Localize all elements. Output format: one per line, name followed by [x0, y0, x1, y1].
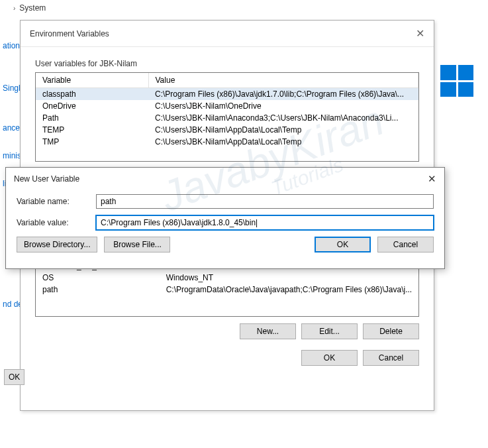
- variable-value-input[interactable]: [96, 215, 434, 230]
- edit-button[interactable]: Edit...: [301, 323, 358, 339]
- dialog-title: Environment Variables: [30, 29, 109, 38]
- ok-button-background[interactable]: OK: [4, 369, 24, 385]
- browse-directory-button[interactable]: Browse Directory...: [17, 237, 97, 252]
- new-user-variable-dialog: New User Variable ✕ Variable name: Varia…: [5, 167, 445, 269]
- table-row[interactable]: pathC:\ProgramData\Oracle\Java\javapath;…: [36, 284, 418, 296]
- delete-button[interactable]: Delete: [363, 323, 419, 339]
- new-button[interactable]: New...: [240, 323, 296, 339]
- dialog-titlebar[interactable]: Environment Variables ✕: [21, 21, 434, 47]
- column-header-variable[interactable]: Variable: [36, 73, 148, 88]
- dialog-titlebar[interactable]: New User Variable ✕: [6, 168, 444, 190]
- variable-value-label: Variable value:: [17, 218, 96, 227]
- cancel-button[interactable]: Cancel: [363, 350, 419, 366]
- variable-name-input[interactable]: [96, 194, 434, 209]
- dialog-title: New User Variable: [14, 174, 79, 184]
- user-variables-table[interactable]: Variable Value classpathC:\Program Files…: [35, 72, 419, 162]
- user-variables-label: User variables for JBK-Nilam: [35, 59, 419, 68]
- breadcrumb-sep: ›: [13, 5, 15, 12]
- ok-button[interactable]: OK: [315, 237, 371, 252]
- ok-button[interactable]: OK: [301, 350, 358, 366]
- table-row[interactable]: OSWindows_NT: [36, 272, 418, 284]
- close-icon[interactable]: ✕: [416, 27, 424, 40]
- breadcrumb-item: System: [19, 3, 46, 13]
- variable-name-label: Variable name:: [17, 197, 96, 206]
- windows-logo-icon: [440, 65, 473, 97]
- browse-file-button[interactable]: Browse File...: [104, 237, 170, 252]
- breadcrumb[interactable]: › System: [13, 3, 46, 13]
- bottom-fade: [0, 415, 488, 448]
- table-row[interactable]: TMPC:\Users\JBK-Nilam\AppData\Local\Temp: [36, 136, 418, 148]
- table-row[interactable]: TEMPC:\Users\JBK-Nilam\AppData\Local\Tem…: [36, 124, 418, 136]
- close-icon[interactable]: ✕: [428, 173, 436, 185]
- table-row[interactable]: OneDriveC:\Users\JBK-Nilam\OneDrive: [36, 100, 418, 112]
- table-row[interactable]: PathC:\Users\JBK-Nilam\Anaconda3;C:\User…: [36, 112, 418, 124]
- table-row[interactable]: classpathC:\Program Files (x86)\Java\jdk…: [36, 88, 418, 101]
- cancel-button[interactable]: Cancel: [377, 237, 434, 252]
- column-header-value[interactable]: Value: [148, 73, 418, 88]
